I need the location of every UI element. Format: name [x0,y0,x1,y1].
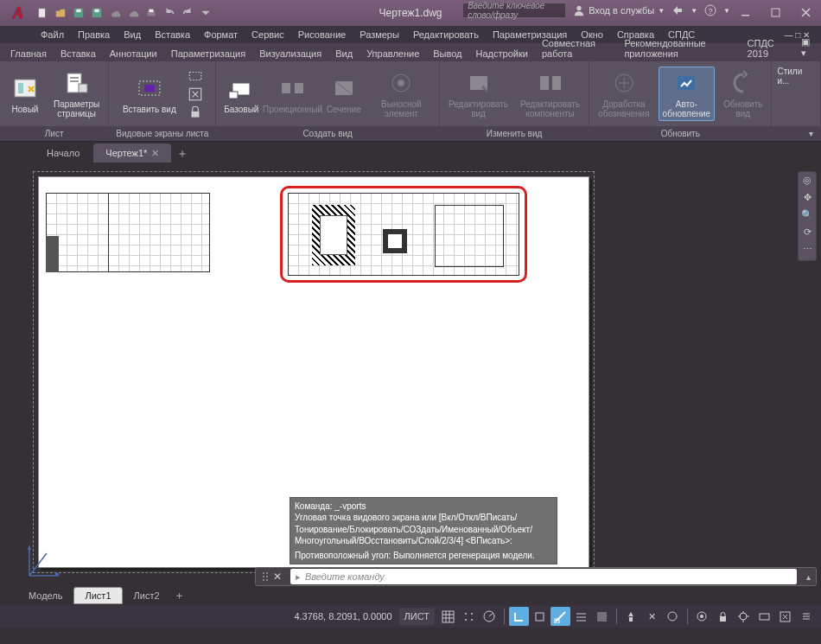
projected-view-icon [279,74,307,102]
help-icon[interactable]: ? [704,4,716,16]
ribbon-tab[interactable]: Вывод [426,46,468,61]
ribbon-tab[interactable]: Визуализация [252,46,328,61]
ribbon-tab[interactable]: Главная [3,46,54,61]
snap-toggle-icon[interactable] [459,607,479,626]
svg-rect-17 [79,84,87,92]
nav-zoom-icon[interactable]: 🔍 [800,209,814,223]
ribbon-tab[interactable]: СПДС 2019 [741,35,794,61]
command-input[interactable]: Введите команду [290,569,797,584]
vp-lock-icon[interactable] [188,105,203,120]
auto-update-button[interactable]: Авто- обновление [659,67,716,121]
ribbon-tab[interactable]: Вставка [54,46,103,61]
signin-label: Вход в службы [589,5,654,16]
ribbon-tab[interactable]: Рекомендованные приложения [617,35,740,61]
redo-icon[interactable] [180,5,195,21]
ribbon-tab[interactable]: Аннотации [103,46,164,61]
cloud-save-icon[interactable] [125,5,141,21]
menu-modify[interactable]: Редактировать [407,28,485,41]
vp-rect-icon[interactable] [188,68,203,84]
customize-status-icon[interactable] [796,607,816,626]
layout-tab-sheet2[interactable]: Лист2 [123,587,171,604]
ribbon-tab[interactable]: Надстройки [469,46,535,61]
qat-dropdown-icon[interactable] [198,5,213,21]
app-menu-button[interactable]: A [7,3,29,23]
vp-clip-icon[interactable] [188,86,203,102]
otrack-toggle-icon[interactable] [551,607,570,626]
quick-access-toolbar [35,5,213,21]
cmdline-recent-icon[interactable]: ▴ [800,572,816,582]
tab-start[interactable]: Начало [35,143,92,163]
osnap-toggle-icon[interactable] [530,607,550,626]
svg-rect-20 [189,72,201,80]
styles-label[interactable]: Стили и... [777,67,815,86]
new-tab-button[interactable]: ＋ [173,145,192,163]
menu-insert[interactable]: Вставка [149,28,196,41]
save-icon[interactable] [71,5,86,21]
nav-wheel-icon[interactable]: ◎ [800,175,814,188]
minimize-button[interactable] [730,0,761,24]
close-button[interactable] [791,0,821,24]
menu-view[interactable]: Вид [118,28,147,41]
sign-in-button[interactable]: Вход в службы ▼ [573,4,665,16]
transparency-toggle-icon[interactable] [592,607,612,626]
ribbon-collapse-icon[interactable]: ▣ ▾ [794,34,821,61]
command-line[interactable]: ✕ Введите команду ▴ [255,567,817,586]
menu-tools[interactable]: Сервис [245,28,290,41]
saveas-icon[interactable] [89,5,105,21]
drawing-canvas[interactable]: Команда: _-vports Угловая точка видового… [0,163,821,586]
isolate-icon[interactable] [734,607,754,626]
status-toggles: ✕ [438,607,816,626]
cleanscreen-icon[interactable] [775,607,795,626]
ribbon-tab[interactable]: Совместная работа [535,35,617,61]
viewport-right[interactable] [288,193,519,276]
new-icon[interactable] [35,5,50,21]
panel-layout-viewports: Вставить вид Видовые экраны листа [109,61,216,141]
page-setup-button[interactable]: Параметры страницы [50,67,103,120]
ribbon-tab[interactable]: Вид [328,46,360,61]
exchange-icon[interactable] [671,4,684,16]
layout-tab-model[interactable]: Модель [17,587,73,604]
undo-icon[interactable] [162,5,177,21]
ortho-toggle-icon[interactable] [509,607,529,626]
polar-toggle-icon[interactable] [480,607,500,626]
panel-styles-expand[interactable]: ▾ [772,126,820,141]
annovisib-icon[interactable]: ✕ [642,607,662,626]
menu-draw[interactable]: Рисование [292,28,352,41]
hwacc-icon[interactable] [754,607,774,626]
close-icon[interactable]: ✕ [151,148,159,159]
tab-drawing[interactable]: Чертеж1*✕ [93,143,171,163]
lwt-toggle-icon[interactable] [571,607,591,626]
search-input[interactable]: Введите ключевое слово/фразу [462,3,566,18]
nav-pan-icon[interactable]: ✥ [800,192,814,206]
insert-view-button[interactable]: Вставить вид [119,73,180,116]
workspace-switch-icon[interactable] [692,607,712,626]
ribbon-tab[interactable]: Параметризация [164,46,252,61]
grid-toggle-icon[interactable] [438,607,458,626]
ui-lock-icon[interactable] [713,607,733,626]
annoscale-icon[interactable] [621,607,641,626]
modelspace-toggle[interactable]: ЛИСТ [399,608,435,625]
menu-edit[interactable]: Правка [72,28,116,41]
nav-orbit-icon[interactable]: ⟳ [800,226,814,240]
svg-point-35 [263,572,264,574]
cmdline-handle-icon[interactable]: ✕ [256,571,287,583]
viewport-left[interactable] [46,193,210,272]
menu-file[interactable]: Файл [35,28,70,41]
ribbon-tab[interactable]: Управление [360,46,426,61]
svg-point-53 [700,615,703,618]
symbol-sketch-button: Доработка обозначения [595,67,652,120]
cloud-open-icon[interactable] [107,5,123,21]
open-icon[interactable] [53,5,68,21]
svg-rect-25 [282,83,290,93]
svg-rect-54 [720,616,726,622]
new-layout-button[interactable]: Новый [5,73,45,116]
annoauto-icon[interactable] [663,607,683,626]
print-icon[interactable] [143,5,159,21]
add-layout-button[interactable]: ＋ [171,588,188,603]
maximize-button[interactable] [761,0,791,24]
menu-format[interactable]: Формат [198,28,244,41]
layout-tab-sheet1[interactable]: Лист1 [73,587,122,604]
nav-more-icon[interactable]: ⋯ [800,244,814,258]
base-view-button[interactable]: Базовый [221,73,261,116]
menu-dimension[interactable]: Размеры [353,28,405,41]
